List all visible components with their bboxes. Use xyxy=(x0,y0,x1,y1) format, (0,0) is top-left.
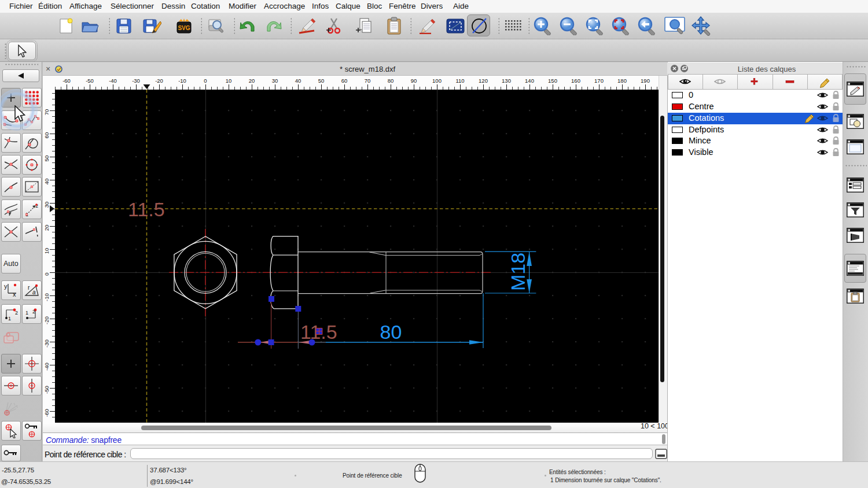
svg-text:1: 1 xyxy=(8,316,11,321)
svg-text:r: r xyxy=(28,284,30,291)
svg-text:40: 40 xyxy=(43,179,50,185)
svg-text:20: 20 xyxy=(249,77,255,84)
svg-text:-40: -40 xyxy=(109,77,117,84)
svg-text:1: 1 xyxy=(25,310,28,316)
svg-text:-50: -50 xyxy=(86,77,94,84)
svg-text:0: 0 xyxy=(43,272,50,275)
svg-text:10: 10 xyxy=(226,77,232,84)
svg-text:11.5: 11.5 xyxy=(128,198,165,220)
svg-text:60: 60 xyxy=(341,77,348,84)
svg-text:190: 190 xyxy=(641,77,650,84)
svg-text:-60: -60 xyxy=(43,409,50,417)
svg-text:130: 130 xyxy=(502,77,511,84)
svg-text:30: 30 xyxy=(272,77,278,84)
svg-text:2: 2 xyxy=(15,310,18,316)
svg-text:y: y xyxy=(4,283,8,290)
svg-text:110: 110 xyxy=(455,77,464,84)
svg-text:30: 30 xyxy=(43,202,50,208)
svg-text:-10: -10 xyxy=(178,77,186,84)
svg-text:10: 10 xyxy=(43,248,50,254)
svg-text:50: 50 xyxy=(318,77,325,84)
svg-text:20: 20 xyxy=(43,225,50,231)
svg-text:50: 50 xyxy=(43,156,50,162)
svg-text:80: 80 xyxy=(380,321,402,343)
svg-text:70: 70 xyxy=(365,77,371,84)
svg-text:-50: -50 xyxy=(43,386,50,394)
svg-text:x: x xyxy=(13,291,16,298)
svg-text:0: 0 xyxy=(204,77,207,84)
svg-text:-20: -20 xyxy=(155,77,163,84)
svg-text:180: 180 xyxy=(617,77,627,84)
svg-text:a: a xyxy=(32,289,36,295)
svg-text:140: 140 xyxy=(525,77,534,84)
svg-text:160: 160 xyxy=(571,77,580,84)
svg-text:M18: M18 xyxy=(507,253,529,291)
svg-text:-30: -30 xyxy=(43,339,50,347)
svg-text:-40: -40 xyxy=(43,363,50,371)
svg-text:-30: -30 xyxy=(132,77,140,84)
svg-text:150: 150 xyxy=(548,77,557,84)
svg-text:40: 40 xyxy=(295,77,301,84)
svg-text:60: 60 xyxy=(43,132,50,139)
svg-text:120: 120 xyxy=(479,77,488,84)
svg-text:-10: -10 xyxy=(43,293,50,301)
svg-text:-60: -60 xyxy=(62,77,71,84)
svg-text:SVG: SVG xyxy=(178,25,190,31)
svg-text:100: 100 xyxy=(432,77,442,84)
svg-text:-20: -20 xyxy=(43,316,50,324)
svg-text:90: 90 xyxy=(411,77,417,84)
svg-text:2: 2 xyxy=(32,309,35,315)
svg-text:80: 80 xyxy=(388,77,394,84)
svg-text:70: 70 xyxy=(43,109,50,116)
svg-text:170: 170 xyxy=(594,77,604,84)
